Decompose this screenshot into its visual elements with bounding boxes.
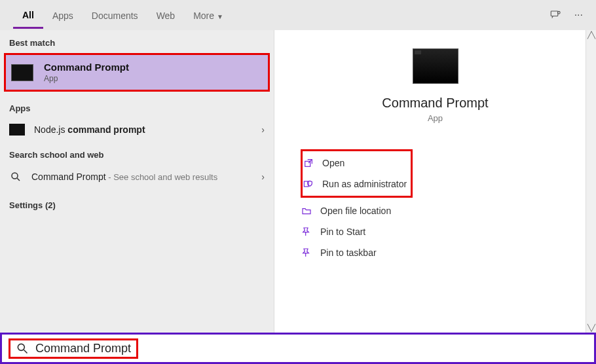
- school-web-result[interactable]: Command Prompt - See school and web resu…: [0, 164, 274, 190]
- action-run-admin-label: Run as administrator: [322, 179, 407, 189]
- school-web-label: Command Prompt - See school and web resu…: [31, 171, 252, 183]
- tabs-bar: All Apps Documents Web More▼ ···: [0, 0, 596, 30]
- action-pin-taskbar[interactable]: Pin to taskbar: [301, 242, 596, 263]
- apps-result-label: Node.js command prompt: [34, 124, 252, 135]
- action-pin-start-label: Pin to Start: [320, 227, 365, 237]
- svg-point-8: [18, 344, 24, 350]
- action-open[interactable]: Open: [303, 153, 407, 173]
- search-icon: [9, 170, 22, 183]
- action-open-location-label: Open file location: [320, 206, 391, 216]
- main-area: Best match Command Prompt App Apps Node.…: [0, 30, 596, 333]
- more-icon[interactable]: ···: [574, 9, 583, 21]
- search-input[interactable]: Command Prompt: [35, 342, 131, 355]
- tab-apps[interactable]: Apps: [43, 3, 83, 27]
- best-match-highlight: Command Prompt App: [4, 53, 270, 92]
- results-panel: Best match Command Prompt App Apps Node.…: [0, 30, 274, 333]
- svg-rect-0: [551, 11, 558, 16]
- best-match-item[interactable]: Command Prompt App: [6, 55, 268, 90]
- svg-point-1: [557, 11, 560, 14]
- tab-all[interactable]: All: [13, 2, 43, 29]
- best-match-header: Best match: [0, 30, 274, 52]
- open-icon: [303, 158, 314, 168]
- feedback-icon[interactable]: [549, 9, 561, 21]
- settings-header[interactable]: Settings (2): [0, 190, 274, 214]
- pin-icon: [301, 247, 312, 258]
- chevron-right-icon[interactable]: ›: [261, 172, 265, 182]
- chevron-right-icon[interactable]: ›: [261, 124, 265, 135]
- best-match-subtitle: App: [44, 74, 129, 83]
- scrollbar[interactable]: ╱╲ ╲╱: [586, 30, 596, 333]
- action-open-location[interactable]: Open file location: [301, 200, 596, 221]
- chevron-down-icon: ▼: [217, 13, 223, 20]
- app-title: Command Prompt: [382, 96, 488, 111]
- tab-web[interactable]: Web: [147, 3, 185, 27]
- svg-point-2: [12, 173, 18, 179]
- app-type: App: [428, 113, 443, 123]
- action-pin-taskbar-label: Pin to taskbar: [320, 247, 377, 258]
- search-icon: [16, 342, 29, 355]
- apps-header: Apps: [0, 96, 274, 117]
- scroll-up-icon[interactable]: ╱╲: [587, 31, 595, 39]
- action-pin-start[interactable]: Pin to Start: [301, 221, 596, 242]
- search-highlight: Command Prompt: [9, 338, 138, 359]
- folder-icon: [301, 206, 312, 216]
- cmd-icon: [11, 64, 33, 81]
- cmd-icon: [9, 124, 25, 136]
- svg-line-9: [24, 350, 28, 354]
- best-match-title: Command Prompt: [44, 62, 129, 73]
- action-run-admin[interactable]: Run as administrator: [303, 173, 407, 194]
- preview-panel: ╱╲ ╲╱ Command Prompt App Open Run as adm…: [274, 30, 596, 333]
- actions-highlight: Open Run as administrator: [301, 149, 413, 198]
- actions-list: Open Run as administrator Open file loca…: [274, 149, 596, 263]
- action-open-label: Open: [322, 158, 345, 168]
- pin-icon: [301, 227, 312, 237]
- app-preview-icon: [413, 48, 458, 84]
- shield-icon: [303, 179, 314, 189]
- scroll-down-icon[interactable]: ╲╱: [587, 324, 595, 331]
- tab-documents[interactable]: Documents: [83, 3, 147, 27]
- svg-line-3: [17, 178, 20, 181]
- tab-more[interactable]: More▼: [184, 3, 233, 27]
- search-bar[interactable]: Command Prompt: [0, 333, 596, 364]
- school-web-header: Search school and web: [0, 142, 274, 164]
- apps-result-nodejs[interactable]: Node.js command prompt ›: [0, 117, 274, 142]
